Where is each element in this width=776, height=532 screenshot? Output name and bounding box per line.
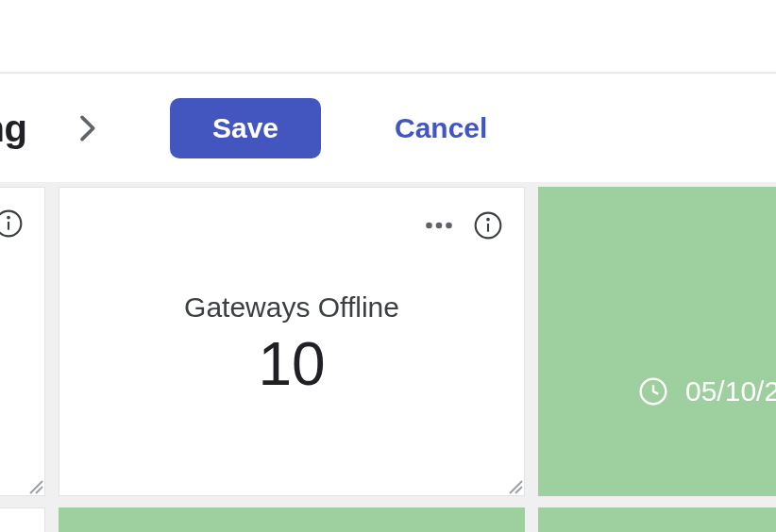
info-icon[interactable]: [0, 208, 24, 239]
card-timestamp: 05/10/2: [685, 375, 776, 407]
info-icon[interactable]: [473, 210, 503, 241]
svg-point-5: [426, 223, 432, 229]
card-timestamp-row: 05/10/2: [538, 375, 776, 407]
card-gateways-offline[interactable]: Gateways Offline 10: [59, 187, 525, 496]
card-title: Gateways Offline: [59, 291, 524, 324]
svg-line-11: [510, 481, 522, 493]
svg-line-3: [30, 481, 42, 493]
card-bottom-right-partial[interactable]: [538, 507, 776, 532]
card-freezer-temp[interactable]: Freezer Ter -18.4 05/10/2: [538, 187, 776, 496]
clock-icon: [638, 376, 668, 407]
card-bottom-left-partial[interactable]: [0, 507, 45, 532]
card-bottom-center-partial[interactable]: [59, 507, 525, 532]
chevron-right-icon[interactable]: [68, 109, 106, 147]
card-left-partial[interactable]: [0, 187, 45, 496]
svg-point-6: [436, 223, 443, 229]
svg-point-0: [0, 211, 21, 237]
resize-handle-icon[interactable]: [506, 477, 523, 494]
cancel-button[interactable]: Cancel: [395, 112, 487, 144]
dashboard-grid: Gateways Offline 10 Freezer Ter -18.4 05…: [0, 187, 776, 532]
card-value: 10: [59, 329, 524, 399]
more-horizontal-icon[interactable]: [422, 208, 456, 242]
save-button[interactable]: Save: [170, 98, 321, 158]
svg-point-7: [446, 223, 452, 229]
header-row: ing Save Cancel: [0, 73, 776, 182]
top-bar: [0, 0, 776, 72]
resize-handle-icon[interactable]: [26, 477, 43, 494]
svg-point-10: [487, 219, 489, 221]
breadcrumb-tail: ing: [0, 107, 26, 149]
svg-point-2: [8, 217, 9, 219]
